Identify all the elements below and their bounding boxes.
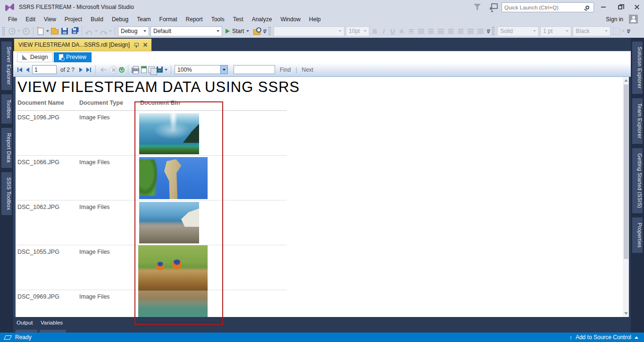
menu-file[interactable]: File <box>4 15 21 24</box>
border-color-select[interactable]: Black <box>573 26 611 36</box>
sidebar-tab-ssis-toolbox[interactable]: SSIS Toolbox <box>1 172 12 215</box>
bullet-list-button[interactable] <box>456 27 465 35</box>
new-item-button[interactable] <box>36 27 45 35</box>
toolbar-grip[interactable] <box>492 27 494 35</box>
next-page-button[interactable] <box>78 67 84 72</box>
refresh-report-button[interactable] <box>119 67 125 73</box>
start-debug-button[interactable]: Start <box>224 28 251 34</box>
sidebar-tab-solution-explorer[interactable]: Solution Explorer <box>632 42 643 94</box>
menu-help[interactable]: Help <box>305 15 325 24</box>
current-page-input[interactable] <box>32 65 57 74</box>
tab-variables[interactable]: Variables <box>41 320 63 325</box>
border-overflow-button[interactable] <box>626 29 631 33</box>
scroll-down-icon[interactable] <box>623 310 629 317</box>
pin-tab-icon[interactable] <box>134 42 138 48</box>
sidebar-tab-toolbox[interactable]: Toolbox <box>1 94 12 124</box>
borders-dropdown-icon[interactable] <box>622 30 625 32</box>
new-item-dropdown-icon[interactable] <box>46 30 49 32</box>
tab-design[interactable]: Design <box>17 52 53 62</box>
document-tab-active[interactable]: VIEW FILESTREAM DA...SSRS.rdl [Design] <box>14 39 151 51</box>
underline-button[interactable]: U <box>389 28 396 35</box>
print-button[interactable] <box>132 67 139 73</box>
sidebar-tab-server-explorer[interactable]: Server Explorer <box>1 42 12 90</box>
save-all-button[interactable] <box>71 27 78 34</box>
export-button[interactable] <box>157 67 163 73</box>
user-avatar-icon[interactable] <box>629 15 638 24</box>
numbered-list-button[interactable] <box>446 27 455 35</box>
toolbar-overflow-button[interactable] <box>262 29 267 33</box>
toolbar-grip[interactable] <box>2 27 5 35</box>
font-size-select[interactable]: 10pt <box>346 26 369 36</box>
bold-button[interactable]: B <box>371 28 378 35</box>
restore-button[interactable] <box>615 3 625 11</box>
close-tab-icon[interactable] <box>142 42 147 47</box>
align-center-button[interactable] <box>427 27 435 35</box>
redo-button[interactable] <box>99 27 108 35</box>
previous-page-button[interactable] <box>25 67 30 72</box>
menu-tools[interactable]: Tools <box>207 15 229 24</box>
menu-view[interactable]: View <box>40 15 60 24</box>
solution-platform-select[interactable]: Default <box>151 26 222 36</box>
menu-report[interactable]: Report <box>182 15 207 24</box>
first-page-button[interactable] <box>17 67 23 72</box>
menu-edit[interactable]: Edit <box>21 15 40 24</box>
find-text-input[interactable] <box>234 65 275 74</box>
border-width-select[interactable]: 1 pt <box>540 26 571 36</box>
navigate-back-button[interactable] <box>8 27 16 35</box>
last-page-button[interactable] <box>85 67 92 72</box>
page-setup-button[interactable] <box>149 67 155 73</box>
menu-build[interactable]: Build <box>86 15 108 24</box>
formatting-overflow-button[interactable] <box>486 29 491 33</box>
align-left-button[interactable] <box>417 27 425 35</box>
open-file-button[interactable] <box>50 27 59 35</box>
menu-test[interactable]: Test <box>229 15 248 24</box>
solution-configuration-select[interactable]: Debug <box>118 26 149 36</box>
redo-dropdown-icon[interactable] <box>109 30 112 32</box>
align-right-button[interactable] <box>436 27 445 35</box>
stop-rendering-button[interactable] <box>109 66 117 74</box>
sidebar-tab-getting-started-ssis[interactable]: Getting Started (SSIS) <box>632 148 643 213</box>
send-feedback-icon[interactable] <box>489 3 498 10</box>
font-family-select[interactable] <box>274 26 344 36</box>
notifications-funnel-icon[interactable] <box>474 4 481 10</box>
sign-in-link[interactable]: Sign in <box>606 16 623 23</box>
zoom-dropdown-icon[interactable] <box>220 65 228 74</box>
export-dropdown-icon[interactable] <box>165 69 167 71</box>
format-painter-button[interactable] <box>407 27 415 35</box>
scroll-up-icon[interactable] <box>623 77 629 83</box>
quick-launch-box[interactable] <box>502 2 594 12</box>
decrease-indent-button[interactable] <box>466 27 475 35</box>
menu-window[interactable]: Window <box>276 15 305 24</box>
back-to-parent-report-button[interactable] <box>99 67 108 72</box>
quick-launch-input[interactable] <box>502 5 585 10</box>
close-button[interactable] <box>632 3 642 11</box>
save-button[interactable] <box>60 27 69 35</box>
navigate-back-dropdown-icon[interactable] <box>17 30 20 32</box>
navigate-forward-button[interactable] <box>22 27 30 35</box>
add-to-source-control[interactable]: ↑ Add to Source Control <box>569 334 638 341</box>
menu-format[interactable]: Format <box>155 15 182 24</box>
zoom-select[interactable]: 100% <box>175 65 228 74</box>
minimize-button[interactable] <box>598 3 609 11</box>
menu-debug[interactable]: Debug <box>108 15 133 24</box>
menu-analyze[interactable]: Analyze <box>248 15 276 24</box>
scrollbar-thumb[interactable] <box>624 84 628 259</box>
sidebar-tab-report-data[interactable]: Report Data <box>1 128 12 168</box>
tab-output[interactable]: Output <box>17 320 33 325</box>
sidebar-tab-properties[interactable]: Properties <box>632 217 643 253</box>
italic-button[interactable]: I <box>380 28 387 35</box>
menu-project[interactable]: Project <box>60 15 86 24</box>
border-style-select[interactable]: Solid <box>497 26 539 36</box>
increase-indent-button[interactable] <box>476 27 485 35</box>
undo-dropdown-icon[interactable] <box>95 30 98 32</box>
font-color-button[interactable]: A <box>398 28 405 35</box>
sidebar-tab-team-explorer[interactable]: Team Explorer <box>632 98 643 144</box>
undo-button[interactable] <box>85 27 93 35</box>
menu-team[interactable]: Team <box>133 15 155 24</box>
tab-preview[interactable]: Preview <box>54 52 92 62</box>
toolbar-grip[interactable] <box>268 27 271 35</box>
vertical-scrollbar[interactable] <box>623 77 629 317</box>
print-layout-button[interactable] <box>141 66 147 73</box>
find-in-files-button[interactable] <box>252 27 261 35</box>
find-next-button[interactable]: Next <box>299 67 317 73</box>
